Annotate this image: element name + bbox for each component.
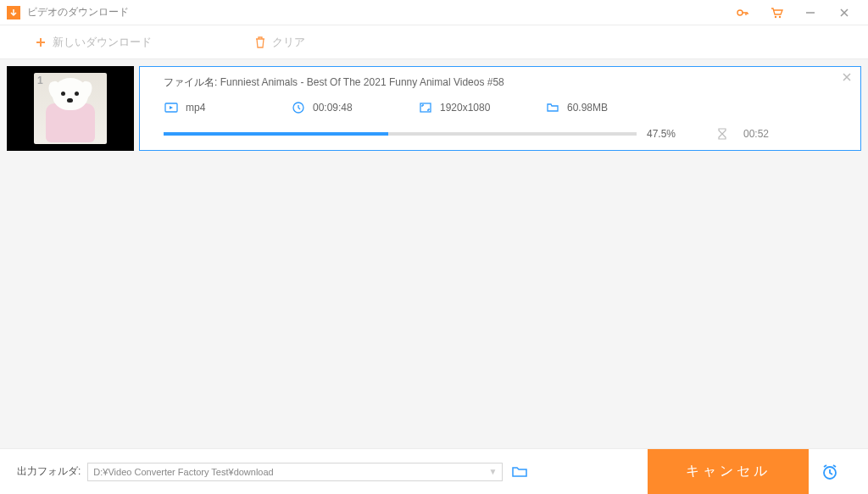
cancel-label: キャンセル xyxy=(686,463,771,480)
filename-row: ファイル名: Funniest Animals - Best Of The 20… xyxy=(164,75,837,90)
cancel-button[interactable]: キャンセル xyxy=(648,449,809,495)
output-folder-label: 出力フォルダ: xyxy=(17,464,81,479)
eta-value: 00:52 xyxy=(743,128,769,140)
progress-bar xyxy=(164,132,637,136)
duration-value: 00:09:48 xyxy=(313,102,353,114)
window-title: ビデオのダウンロード xyxy=(27,5,129,19)
new-download-label: 新しいダウンロード xyxy=(53,35,152,50)
resolution-value: 1920x1080 xyxy=(440,102,490,114)
meta-format: mp4 xyxy=(164,100,291,115)
hourglass-icon xyxy=(716,127,728,141)
svg-point-1 xyxy=(775,15,776,17)
item-index: 1 xyxy=(37,75,43,86)
folder-size-icon xyxy=(545,100,560,115)
new-download-button[interactable]: 新しいダウンロード xyxy=(34,35,152,50)
remove-item-button[interactable] xyxy=(842,72,852,82)
browse-folder-button[interactable] xyxy=(511,465,528,479)
filename-value: Funniest Animals - Best Of The 2021 Funn… xyxy=(220,76,504,88)
close-button[interactable] xyxy=(827,0,861,25)
meta-duration: 00:09:48 xyxy=(291,100,418,115)
progress-percent: 47.5% xyxy=(647,128,689,140)
svg-rect-5 xyxy=(420,103,431,112)
app-logo-icon xyxy=(7,6,20,19)
format-value: mp4 xyxy=(186,102,205,114)
toolbar: 新しいダウンロード クリア xyxy=(0,25,868,59)
video-format-icon xyxy=(164,100,179,115)
size-value: 60.98MB xyxy=(567,102,608,114)
clear-button[interactable]: クリア xyxy=(253,35,305,50)
cart-button[interactable] xyxy=(760,0,793,25)
trash-icon xyxy=(253,36,267,49)
svg-point-0 xyxy=(737,10,743,15)
output-folder-field[interactable]: D:¥Video Converter Factory Test¥download… xyxy=(87,463,503,481)
clock-icon xyxy=(291,100,306,115)
thumbnail: 1 xyxy=(7,66,134,151)
chevron-down-icon: ▼ xyxy=(488,467,497,476)
key-button[interactable] xyxy=(726,0,760,25)
resolution-icon xyxy=(418,100,433,115)
progress-row: 47.5% 00:52 xyxy=(164,127,837,141)
download-card: ファイル名: Funniest Animals - Best Of The 20… xyxy=(139,66,861,151)
filename-label: ファイル名: xyxy=(164,76,217,88)
minimize-button[interactable] xyxy=(793,0,827,25)
download-list: 1 ファイル名: Funniest Animals - Best Of The … xyxy=(0,59,868,448)
download-item: 1 ファイル名: Funniest Animals - Best Of The … xyxy=(7,66,861,151)
alarm-button[interactable] xyxy=(809,463,851,481)
bottombar: 出力フォルダ: D:¥Video Converter Factory Test¥… xyxy=(0,448,868,494)
svg-point-2 xyxy=(779,15,781,17)
plus-icon xyxy=(34,36,47,49)
output-folder-value: D:¥Video Converter Factory Test¥download xyxy=(93,467,273,477)
meta-row: mp4 00:09:48 1920x1080 xyxy=(164,100,837,115)
clear-label: クリア xyxy=(272,35,305,50)
meta-resolution: 1920x1080 xyxy=(418,100,545,115)
meta-size: 60.98MB xyxy=(545,100,672,115)
titlebar: ビデオのダウンロード xyxy=(0,0,868,25)
progress-fill xyxy=(164,132,388,136)
